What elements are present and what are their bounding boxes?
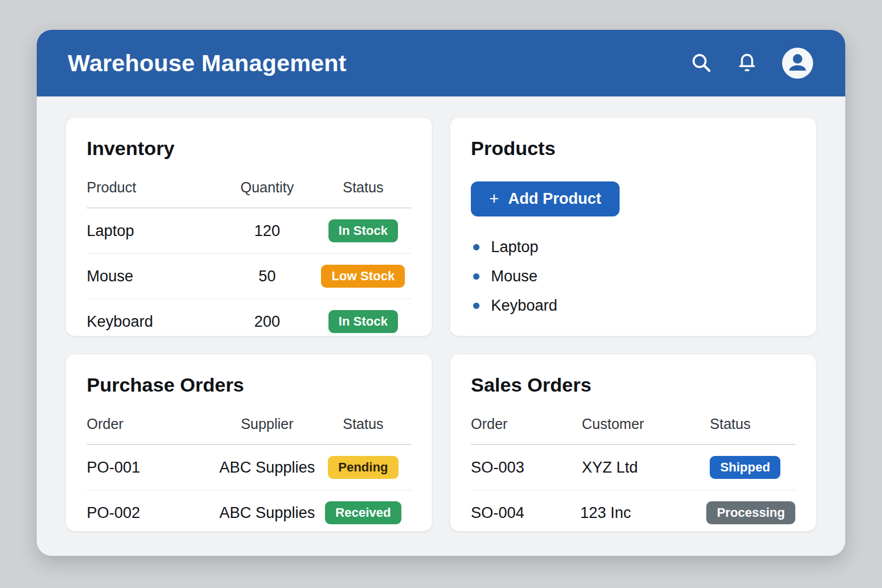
add-product-label: Add Product	[508, 190, 601, 208]
card-title-sales-orders: Sales Orders	[471, 374, 795, 396]
table-row: SO-004 123 Inc Processing	[471, 490, 795, 535]
customer-cell: 123 Inc	[581, 504, 707, 522]
list-item: Mouse	[471, 262, 795, 291]
search-icon	[690, 52, 712, 75]
sales-orders-card: Sales Orders Order Customer Status SO-00…	[450, 354, 816, 531]
search-button[interactable]	[690, 52, 712, 75]
column-header-order: Order	[87, 416, 219, 432]
account-button[interactable]	[782, 48, 813, 79]
column-header-status: Status	[315, 179, 411, 196]
table-row: SO-003 XYZ Ltd Shipped	[471, 445, 795, 490]
product-name: Keyboard	[491, 297, 558, 315]
column-header-supplier: Supplier	[219, 416, 315, 432]
purchase-orders-table: Order Supplier Status PO-001 ABC Supplie…	[87, 416, 411, 535]
card-title-inventory: Inventory	[87, 137, 411, 160]
bullet-icon	[473, 273, 479, 280]
sales-orders-table: Order Customer Status SO-003 XYZ Ltd Shi…	[471, 416, 795, 535]
purchase-orders-card: Purchase Orders Order Supplier Status PO…	[66, 354, 432, 531]
column-header-status: Status	[710, 416, 795, 432]
page-title: Warehouse Management	[68, 50, 346, 77]
inventory-table: Product Quantity Status Laptop 120 In St…	[87, 179, 411, 344]
status-badge: In Stock	[328, 219, 399, 242]
table-header-row: Order Customer Status	[471, 416, 795, 445]
avatar	[782, 48, 813, 79]
status-badge: Shipped	[710, 456, 780, 479]
quantity-cell: 200	[219, 313, 315, 331]
product-cell: Mouse	[87, 268, 219, 285]
quantity-cell: 120	[219, 222, 315, 240]
inventory-card: Inventory Product Quantity Status Laptop…	[66, 118, 432, 336]
column-header-quantity: Quantity	[219, 179, 315, 196]
bullet-icon	[473, 303, 479, 309]
column-header-product: Product	[87, 179, 219, 196]
table-row: Mouse 50 Low Stock	[87, 254, 411, 299]
product-cell: Keyboard	[87, 313, 219, 331]
table-row: Laptop 120 In Stock	[87, 208, 411, 254]
bell-icon	[736, 51, 758, 76]
products-card: Products + Add Product Laptop Mouse Keyb…	[450, 118, 816, 336]
status-badge: Low Stock	[321, 265, 405, 288]
status-badge: Received	[325, 501, 401, 524]
table-header-row: Product Quantity Status	[87, 179, 411, 208]
add-product-button[interactable]: + Add Product	[471, 181, 620, 216]
card-title-products: Products	[471, 137, 795, 160]
app-window: Warehouse Management	[37, 30, 845, 556]
bullet-icon	[473, 244, 479, 250]
user-icon	[782, 47, 813, 80]
status-badge: In Stock	[328, 310, 399, 333]
column-header-order: Order	[471, 416, 582, 432]
column-header-customer: Customer	[582, 416, 710, 432]
table-header-row: Order Supplier Status	[87, 416, 411, 445]
notifications-button[interactable]	[736, 51, 758, 76]
product-name: Mouse	[491, 268, 537, 285]
order-cell: PO-001	[87, 459, 219, 477]
list-item: Keyboard	[471, 291, 795, 320]
order-cell: SO-003	[471, 459, 582, 477]
table-row: Keyboard 200 In Stock	[87, 299, 411, 344]
status-badge: Processing	[706, 501, 795, 524]
header-bar: Warehouse Management	[37, 30, 845, 96]
table-row: PO-002 ABC Supplies Received	[87, 490, 411, 535]
list-item: Laptop	[471, 233, 795, 262]
table-row: PO-001 ABC Supplies Pending	[87, 445, 411, 490]
product-cell: Laptop	[87, 222, 219, 240]
plus-icon: +	[489, 191, 499, 207]
card-title-purchase-orders: Purchase Orders	[87, 374, 411, 396]
order-cell: SO-004	[471, 504, 581, 522]
order-cell: PO-002	[87, 504, 219, 522]
supplier-cell: ABC Supplies	[219, 459, 315, 477]
product-list: Laptop Mouse Keyboard	[471, 233, 795, 320]
customer-cell: XYZ Ltd	[582, 459, 710, 477]
column-header-status: Status	[315, 416, 411, 432]
product-name: Laptop	[491, 238, 539, 256]
quantity-cell: 50	[219, 268, 315, 285]
header-actions	[690, 48, 813, 79]
status-badge: Pending	[328, 456, 399, 479]
dashboard-grid: Inventory Product Quantity Status Laptop…	[37, 96, 845, 531]
supplier-cell: ABC Supplies	[219, 504, 315, 522]
